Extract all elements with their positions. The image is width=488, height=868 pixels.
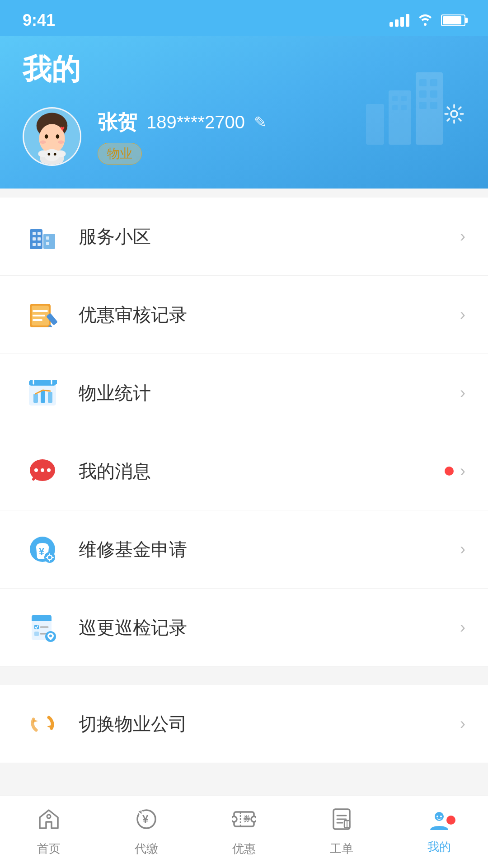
wifi-icon: [417, 12, 434, 29]
svg-rect-50: [33, 394, 38, 403]
chevron-icon: ›: [460, 714, 465, 733]
menu-item-patrol-record[interactable]: 巡更巡检记录 ›: [0, 589, 488, 667]
avatar[interactable]: ♥: [23, 107, 81, 166]
message-icon: [23, 451, 62, 491]
svg-rect-9: [401, 96, 407, 101]
svg-point-27: [451, 111, 457, 117]
building-icon: [23, 217, 62, 256]
menu-right-switch-company: ›: [460, 714, 465, 733]
tab-payment[interactable]: ¥ 代缴: [98, 796, 195, 868]
profile-tag: 物业: [98, 143, 142, 165]
svg-rect-4: [430, 90, 437, 98]
svg-rect-67: [32, 618, 52, 621]
tab-bar: 首页 ¥ 代缴 券 优惠: [0, 796, 488, 868]
svg-point-93: [440, 816, 442, 817]
menu-item-maintenance-fund[interactable]: ¥ 维修基金申请 ›: [0, 510, 488, 589]
menu-right-my-message: ›: [445, 462, 465, 481]
chevron-icon: ›: [460, 227, 465, 246]
svg-marker-75: [33, 719, 38, 723]
community-chevron: ›: [483, 189, 488, 189]
profile-row: ♥ 张贺 189****2700 ✎ 物业: [23, 107, 465, 166]
svg-point-81: [232, 816, 237, 822]
svg-rect-70: [34, 632, 39, 636]
tab-label-home: 首页: [37, 841, 61, 857]
fund-icon: ¥: [23, 529, 62, 569]
mine-badge: [446, 816, 455, 825]
svg-rect-51: [41, 390, 45, 403]
coupon-tab-icon: 券: [232, 807, 256, 836]
profile-name-row: 张贺 189****2700 ✎: [98, 109, 465, 136]
menu-item-switch-company[interactable]: 切换物业公司 ›: [0, 685, 488, 763]
svg-point-23: [44, 149, 60, 161]
tab-workorder[interactable]: 工单: [293, 796, 390, 868]
status-icons: [389, 12, 465, 29]
menu-item-my-message[interactable]: 我的消息 ›: [0, 432, 488, 510]
menu-item-property-stats[interactable]: 物业统计 ›: [0, 354, 488, 432]
svg-rect-32: [33, 237, 36, 241]
menu-label-my-message: 我的消息: [79, 459, 445, 484]
svg-text:¥: ¥: [142, 813, 149, 825]
menu-right-coupon-review: ›: [460, 305, 465, 324]
menu-section-1: 服务小区 › 优惠审核记录 ›: [0, 198, 488, 667]
profile-name: 张贺: [98, 109, 137, 136]
section-gap: [0, 667, 488, 676]
svg-point-17: [56, 134, 60, 139]
svg-rect-1: [419, 79, 427, 86]
svg-rect-3: [419, 90, 427, 98]
patrol-icon: [23, 608, 62, 647]
svg-rect-29: [43, 234, 55, 249]
menu-right-service-community: ›: [460, 227, 465, 246]
svg-rect-34: [33, 243, 36, 246]
svg-point-56: [47, 468, 51, 472]
svg-point-73: [49, 635, 52, 637]
svg-rect-33: [38, 237, 41, 241]
tab-label-workorder: 工单: [330, 841, 353, 857]
chevron-icon: ›: [460, 462, 465, 481]
edit-icon[interactable]: ✎: [254, 113, 267, 131]
tab-label-coupon: 优惠: [232, 841, 256, 857]
svg-rect-36: [46, 236, 49, 240]
menu-right-property-stats: ›: [460, 383, 465, 402]
tab-label-payment: 代缴: [135, 841, 158, 857]
menu-label-service-community: 服务小区: [79, 224, 460, 249]
svg-point-76: [47, 815, 51, 818]
workorder-icon: [330, 807, 353, 836]
home-icon: [37, 807, 61, 836]
menu-label-coupon-review: 优惠审核记录: [79, 302, 460, 327]
svg-point-92: [436, 816, 438, 817]
menu-right-patrol-record: ›: [460, 618, 465, 637]
tab-mine[interactable]: 我的: [390, 796, 488, 868]
tab-home[interactable]: 首页: [0, 796, 98, 868]
menu-right-maintenance-fund: ›: [460, 540, 465, 559]
mine-tab-icon-wrap: [427, 809, 451, 835]
svg-text:♥: ♥: [60, 124, 65, 133]
tab-coupon[interactable]: 券 优惠: [195, 796, 293, 868]
tab-label-mine: 我的: [427, 839, 451, 855]
svg-rect-37: [46, 242, 49, 245]
profile-phone: 189****2700: [146, 112, 245, 132]
community-link[interactable]: 金泰小区 ›: [422, 187, 488, 189]
menu-item-service-community[interactable]: 服务小区 ›: [0, 198, 488, 276]
menu-label-switch-company: 切换物业公司: [79, 712, 460, 736]
svg-point-55: [41, 468, 44, 472]
svg-rect-31: [38, 232, 41, 235]
menu-item-coupon-review[interactable]: 优惠审核记录 ›: [0, 276, 488, 354]
menu-label-property-stats: 物业统计: [79, 381, 460, 406]
community-name: 金泰小区: [422, 187, 480, 189]
chevron-icon: ›: [460, 305, 465, 324]
svg-text:¥: ¥: [39, 546, 45, 557]
chevron-icon: ›: [460, 540, 465, 559]
settings-icon[interactable]: [443, 103, 465, 131]
svg-point-16: [45, 134, 48, 139]
svg-rect-52: [48, 392, 52, 403]
menu-label-patrol-record: 巡更巡检记录: [79, 615, 460, 640]
chevron-icon: ›: [460, 383, 465, 402]
chevron-icon: ›: [460, 618, 465, 637]
svg-text:券: 券: [243, 815, 251, 823]
chart-icon: [23, 373, 62, 413]
message-red-dot: [445, 467, 454, 476]
menu-label-maintenance-fund: 维修基金申请: [79, 537, 460, 562]
svg-point-82: [251, 816, 256, 822]
svg-marker-74: [47, 725, 52, 728]
coupon-icon: [23, 295, 62, 335]
